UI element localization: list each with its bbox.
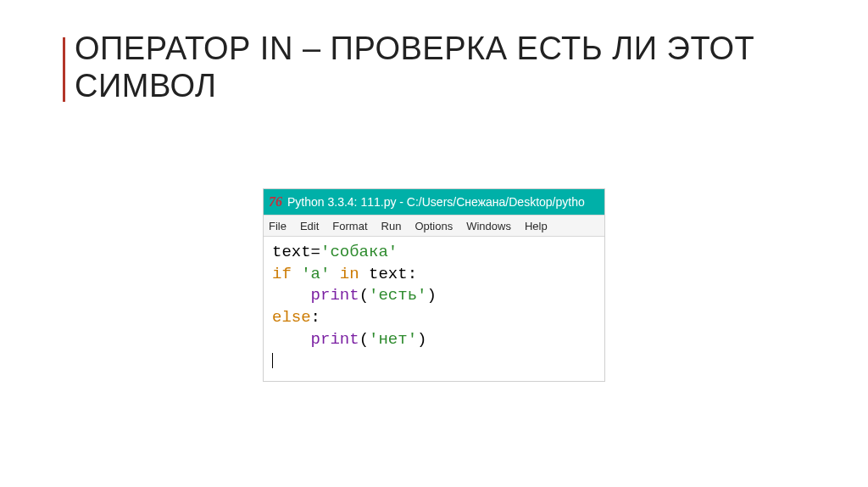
menu-format[interactable]: Format [332, 220, 367, 232]
code-line: text='собака' [272, 243, 398, 261]
code-line: if 'а' in text: [272, 265, 417, 283]
window-title: Python 3.3.4: 111.py - C:/Users/Снежана/… [287, 195, 599, 209]
title-area: ОПЕРАТОР IN – ПРОВЕРКА ЕСТЬ ЛИ ЭТОТ СИМВ… [75, 31, 834, 104]
tk-icon: 76 [269, 194, 282, 210]
menu-run[interactable]: Run [381, 220, 402, 232]
code-line: print('есть') [272, 286, 437, 305]
menu-windows[interactable]: Windows [466, 220, 511, 232]
menu-file[interactable]: File [269, 220, 287, 232]
slide: ОПЕРАТОР IN – ПРОВЕРКА ЕСТЬ ЛИ ЭТОТ СИМВ… [0, 0, 868, 487]
editor-titlebar[interactable]: 76 Python 3.3.4: 111.py - C:/Users/Снежа… [264, 189, 604, 215]
editor-menubar: File Edit Format Run Options Windows Hel… [264, 215, 604, 237]
code-editor[interactable]: text='собака' if 'а' in text: print('ест… [264, 237, 604, 381]
menu-help[interactable]: Help [525, 220, 548, 232]
idle-editor-window: 76 Python 3.3.4: 111.py - C:/Users/Снежа… [263, 188, 605, 382]
code-line: else: [272, 308, 320, 327]
text-cursor [272, 353, 273, 368]
code-line: print('нет') [272, 330, 426, 349]
title-accent-bar [63, 37, 65, 102]
menu-options[interactable]: Options [415, 220, 453, 232]
page-title: ОПЕРАТОР IN – ПРОВЕРКА ЕСТЬ ЛИ ЭТОТ СИМВ… [75, 31, 834, 104]
menu-edit[interactable]: Edit [300, 220, 319, 232]
